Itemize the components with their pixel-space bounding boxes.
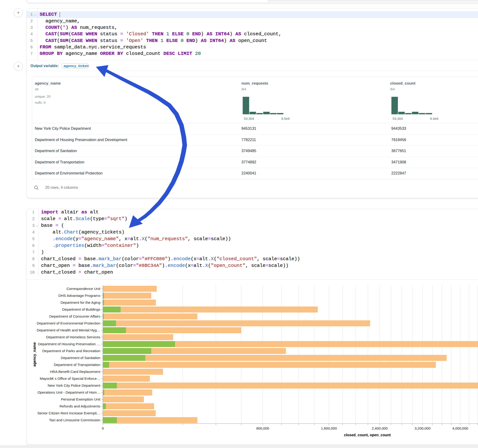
svg-text:53,304: 53,304 (244, 117, 254, 120)
svg-text:9.5e6: 9.5e6 (281, 117, 289, 120)
svg-text:9.4e6: 9.4e6 (430, 117, 438, 120)
svg-text:53,304: 53,304 (393, 117, 403, 120)
